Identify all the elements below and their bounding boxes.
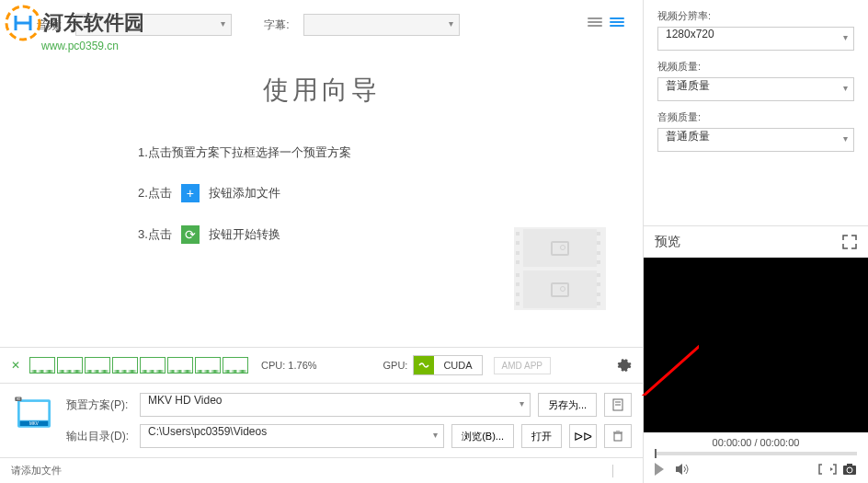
cpu-usage-label: CPU: 1.76% (261, 360, 317, 371)
open-button[interactable]: 打开 (521, 424, 562, 448)
volume-icon[interactable] (675, 463, 690, 476)
view-detail-icon[interactable] (610, 17, 624, 32)
audio-quality-label: 音频质量: (657, 110, 854, 124)
subtitle-select[interactable] (303, 14, 460, 36)
site-name: 河东软件园 (43, 9, 144, 37)
preview-video-area[interactable] (644, 258, 868, 432)
browse-button[interactable]: 浏览(B)... (451, 424, 514, 448)
preview-title: 预览 (655, 234, 680, 250)
expand-icon[interactable] (842, 235, 857, 249)
site-url: www.pc0359.cn (41, 40, 144, 52)
status-text: 请添加文件 (11, 464, 62, 477)
delete-button[interactable] (604, 424, 632, 448)
site-logo-icon (5, 5, 41, 41)
wizard-step-2: 2.点击 + 按钮添加文件 (138, 184, 606, 202)
subtitle-label: 字幕: (264, 17, 289, 33)
gpu-label: GPU: (383, 360, 407, 371)
video-quality-label: 视频质量: (657, 60, 854, 74)
resolution-label: 视频分辨率: (657, 9, 854, 23)
preset-scheme-select[interactable]: MKV HD Video (140, 393, 531, 417)
preset-scheme-label: 预置方案(P): (66, 397, 132, 413)
more-button[interactable]: ᐅᐅ (569, 424, 597, 448)
document-button[interactable] (604, 393, 632, 417)
film-placeholder (514, 227, 606, 310)
status-bar: 请添加文件 (0, 457, 643, 483)
amd-badge[interactable]: AMD APP (494, 357, 551, 374)
wizard-title: 使用向导 (37, 73, 606, 108)
watermark-overlay: 河东软件园 www.pc0359.cn (5, 5, 144, 52)
mkv-format-icon: MKV HD (11, 393, 57, 434)
snapshot-icon[interactable] (842, 463, 857, 476)
preview-controls: 00:00:00 / 00:00:00 (644, 432, 868, 483)
preview-header: 预览 (644, 225, 868, 258)
right-panel: 视频分辨率: 1280x720 视频质量: 普通质量 音频质量: 普通质量 (644, 0, 868, 483)
nvidia-icon (414, 356, 434, 374)
output-dir-select[interactable]: C:\Users\pc0359\Videos (140, 424, 444, 448)
svg-text:MKV: MKV (29, 421, 39, 426)
left-panel: 音频: 字幕: 使用向导 1.点击预置方案下拉框选择一个预置方案 (0, 0, 644, 483)
output-dir-row: 输出目录(D): C:\Users\pc0359\Videos 浏览(B)...… (66, 424, 632, 448)
save-as-button[interactable]: 另存为... (538, 393, 597, 417)
audio-quality-select[interactable]: 普通质量 (657, 128, 854, 152)
convert-icon: ⟳ (181, 225, 200, 244)
time-display: 00:00:00 / 00:00:00 (655, 437, 857, 448)
cpu-cores-display (29, 357, 248, 374)
progress-bar[interactable] (655, 452, 857, 455)
preset-scheme-row: 预置方案(P): MKV HD Video 另存为... (66, 393, 632, 417)
cuda-badge[interactable]: CUDA (413, 355, 482, 375)
add-icon: + (181, 184, 200, 202)
bracket-icon[interactable] (818, 463, 837, 476)
output-dir-label: 输出目录(D): (66, 429, 132, 444)
svg-text:HD: HD (17, 397, 20, 401)
close-perf-icon[interactable]: ✕ (11, 359, 24, 372)
settings-gear-icon[interactable] (617, 358, 632, 373)
svg-rect-2 (20, 402, 49, 420)
wizard-area: 使用向导 1.点击预置方案下拉框选择一个预置方案 2.点击 + 按钮添加文件 3… (0, 45, 643, 347)
wizard-step-1: 1.点击预置方案下拉框选择一个预置方案 (138, 144, 606, 161)
play-button[interactable] (655, 463, 664, 476)
performance-bar: ✕ CPU: 1.76% GPU: CUDA AMD APP (0, 347, 643, 383)
svg-rect-15 (847, 464, 852, 466)
output-settings: 视频分辨率: 1280x720 视频质量: 普通质量 音频质量: 普通质量 (644, 0, 868, 170)
resolution-select[interactable]: 1280x720 (657, 27, 854, 51)
svg-rect-10 (614, 433, 622, 441)
preset-area: MKV HD 预置方案(P): MKV HD Video 另存为... 输出目录… (0, 383, 643, 457)
video-quality-select[interactable]: 普通质量 (657, 77, 854, 101)
view-list-icon[interactable] (588, 17, 602, 32)
